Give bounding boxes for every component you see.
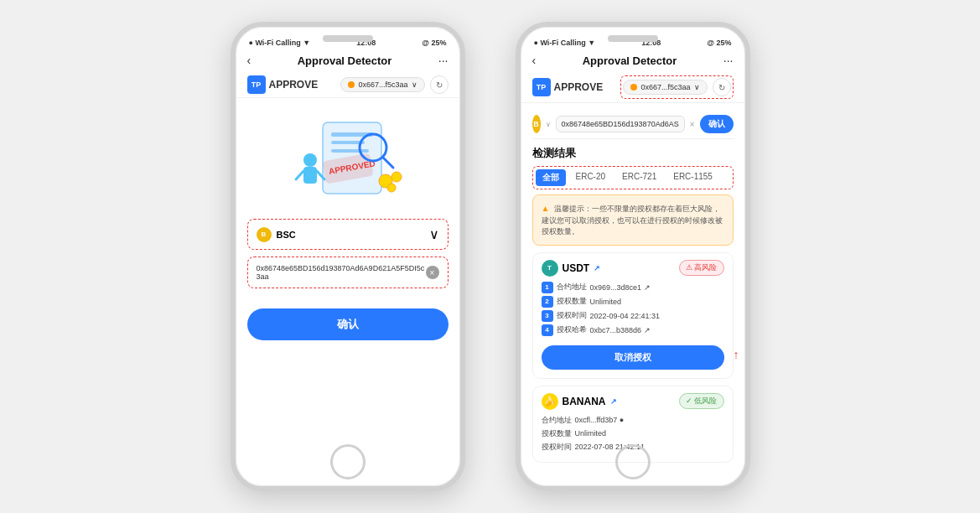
tab-all[interactable]: 全部 — [536, 169, 566, 186]
dot-orange-2 — [630, 84, 637, 91]
banana-detail-2: 授权数量 Unlimited — [542, 428, 724, 439]
app-name-2: APPROVE — [554, 81, 604, 93]
detail-num-4: 4 — [542, 324, 553, 336]
time-1: 12:08 — [356, 39, 376, 47]
chain-select-box[interactable]: B BSC ∨ — [247, 219, 449, 250]
more-button-1[interactable]: ··· — [438, 54, 449, 67]
detail-label-1: 合约地址 — [557, 282, 587, 293]
banana-detail-label-1: 合约地址 — [542, 415, 572, 426]
svg-rect-3 — [331, 149, 369, 153]
banana-icon: 🍌 — [542, 393, 558, 410]
usdt-link-icon[interactable]: ↗ — [594, 264, 600, 272]
svg-point-8 — [303, 153, 317, 167]
clear-address-button[interactable]: × — [426, 266, 439, 279]
banana-detail-1: 合约地址 0xcfl...ffd3b7 ● — [542, 415, 724, 426]
svg-point-14 — [387, 184, 396, 192]
status-bar-2: ● Wi-Fi Calling ▼ 12:08 @ 25% — [521, 27, 745, 50]
detail-num-3: 3 — [542, 310, 553, 322]
refresh-button-2[interactable]: ↻ — [713, 78, 731, 96]
banana-detail-value-2: Unlimited — [575, 429, 607, 438]
battery-2: @ 25% — [707, 39, 731, 47]
address-badge-1[interactable]: 0x667...f5c3aa ∨ — [340, 77, 424, 92]
phone-1: ● Wi-Fi Calling ▼ 12:08 @ 25% ‹ Approval… — [231, 22, 465, 491]
status-bar-1: ● Wi-Fi Calling ▼ 12:08 @ 25% — [236, 27, 460, 50]
address-text-1: 0x667...f5c3aa — [358, 80, 407, 89]
token-card-header-usdt: T USDT ↗ ⚠ 高风险 — [542, 260, 724, 277]
banana-risk-badge: ✓ 低风险 — [679, 393, 724, 409]
chevron-down-icon-1: ∨ — [412, 80, 417, 89]
detail-label-4: 授权哈希 — [557, 324, 587, 335]
usdt-detail-2: 2 授权数量 Unlimited — [542, 296, 724, 308]
approve-illustration: APPROVED — [289, 114, 407, 210]
refresh-button-1[interactable]: ↻ — [430, 75, 449, 94]
svg-line-7 — [383, 158, 393, 168]
warning-text: 温馨提示：一些不限量的授权都存在着巨大风险，建议您可以取消授权，也可以在进行授权… — [542, 205, 723, 236]
header-right-1: 0x667...f5c3aa ∨ ↻ — [340, 75, 448, 94]
detail-label-2: 授权数量 — [557, 296, 587, 307]
revoke-btn-wrapper: 取消授权 ↑ — [542, 339, 724, 371]
banana-link-icon[interactable]: ↗ — [610, 397, 617, 406]
tp-logo-2: TP APPROVE — [532, 78, 604, 96]
app-header-1: TP APPROVE 0x667...f5c3aa ∨ ↻ — [236, 72, 460, 98]
detail-value-1[interactable]: 0x969...3d8ce1 ↗ — [590, 283, 651, 292]
token-card-usdt: T USDT ↗ ⚠ 高风险 1 合约地址 0x969...3d8ce1 ↗ 2… — [532, 252, 734, 379]
address-badge-2[interactable]: 0x667...f5c3aa ∨ — [623, 80, 707, 95]
warning-icon: ▲ — [542, 204, 550, 213]
token-name-banana: 🍌 BANANA ↗ — [542, 393, 617, 410]
phone-content-2: B ∨ 0x86748e65BD156d193870Ad6AS × 确认 检测结… — [521, 103, 745, 486]
detail-value-4[interactable]: 0xbc7...b388d6 ↗ — [590, 326, 651, 334]
chain-arrow-icon: ∨ — [429, 226, 439, 242]
warning-box: ▲ 温馨提示：一些不限量的授权都存在着巨大风险，建议您可以取消授权，也可以在进行… — [532, 194, 734, 246]
illustration: APPROVED — [247, 111, 449, 212]
tab-erc20[interactable]: ERC-20 — [569, 169, 613, 186]
address-input-box[interactable]: 0x86748e65BD156d193870Ad6A9D621A5F5DI5c3… — [247, 256, 449, 288]
svg-rect-9 — [303, 167, 317, 184]
confirm-button-1[interactable]: 确认 — [247, 308, 449, 340]
usdt-detail-1: 1 合约地址 0x969...3d8ce1 ↗ — [542, 282, 724, 293]
address-input-text: 0x86748e65BD156d193870Ad6A9D621A5F5DI5c3… — [257, 264, 426, 281]
clear-icon-2[interactable]: × — [690, 120, 695, 129]
back-button-1[interactable]: ‹ — [247, 54, 251, 67]
nav-bar-2: ‹ Approval Detector ··· — [521, 50, 745, 72]
detail-value-2: Unlimited — [590, 298, 622, 306]
app-name-1: APPROVE — [269, 79, 319, 91]
chain-select-left: B BSC — [257, 227, 296, 242]
section-title: 检测结果 — [532, 146, 734, 161]
chain-icon-small[interactable]: B — [532, 115, 541, 133]
tab-erc721[interactable]: ERC-721 — [615, 169, 663, 186]
banana-detail-label-2: 授权数量 — [542, 428, 572, 439]
bsc-icon: B — [257, 227, 272, 242]
dot-orange-1 — [348, 81, 355, 88]
input-row: B ∨ 0x86748e65BD156d193870Ad6AS × 确认 — [532, 110, 734, 139]
carrier-1: ● Wi-Fi Calling ▼ — [249, 39, 311, 47]
phone-content-1: APPROVED B — [236, 98, 460, 486]
revoke-button-usdt[interactable]: 取消授权 — [542, 345, 724, 370]
tab-erc1155[interactable]: ERC-1155 — [666, 169, 719, 186]
banana-detail-label-3: 授权时间 — [542, 442, 572, 453]
address-text-2: 0x667...f5c3aa — [640, 83, 690, 91]
chain-name: BSC — [277, 230, 296, 240]
banana-detail-3: 授权时间 2022-07-08 21:42:11 — [542, 442, 724, 453]
svg-point-13 — [391, 172, 402, 182]
confirm-button-2[interactable]: 确认 — [700, 115, 734, 133]
more-button-2[interactable]: ··· — [723, 54, 734, 67]
address-input-field[interactable]: 0x86748e65BD156d193870Ad6AS — [556, 116, 685, 132]
banana-label: BANANA — [563, 396, 606, 407]
svg-line-10 — [296, 171, 303, 179]
token-card-banana: 🍌 BANANA ↗ ✓ 低风险 合约地址 0xcfl...ffd3b7 ● 授… — [532, 386, 734, 463]
tp-icon-1: TP — [247, 75, 266, 94]
token-card-header-banana: 🍌 BANANA ↗ ✓ 低风险 — [542, 393, 724, 410]
tp-icon-2: TP — [532, 78, 551, 96]
banana-detail-value-1[interactable]: 0xcfl...ffd3b7 ● — [575, 416, 625, 424]
app-header-2: TP APPROVE 0x667...f5c3aa ∨ ↻ — [521, 72, 745, 103]
back-button-2[interactable]: ‹ — [532, 54, 537, 67]
detail-num-2: 2 — [542, 296, 553, 308]
token-name-usdt: T USDT ↗ — [542, 260, 601, 277]
banana-detail-value-3: 2022-07-08 21:42:11 — [575, 443, 646, 451]
chevron-down-icon-2: ∨ — [694, 83, 700, 91]
page-title-1: Approval Detector — [298, 54, 392, 67]
phones-container: ● Wi-Fi Calling ▼ 12:08 @ 25% ‹ Approval… — [231, 22, 750, 491]
tabs-row: 全部 ERC-20 ERC-721 ERC-1155 — [532, 166, 734, 189]
detail-value-3: 2022-09-04 22:41:31 — [590, 312, 661, 320]
carrier-2: ● Wi-Fi Calling ▼ — [534, 39, 596, 47]
